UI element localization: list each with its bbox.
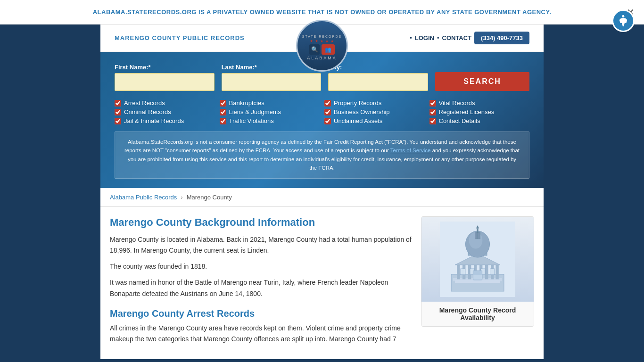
checkbox-item: Registered Licenses bbox=[429, 108, 530, 115]
checkbox-item: Liens & Judgments bbox=[220, 108, 320, 115]
first-name-field-group: First Name:* bbox=[115, 64, 215, 91]
checkbox-item: Property Records bbox=[324, 99, 425, 107]
checkbox-vital-records[interactable] bbox=[429, 100, 436, 107]
search-button[interactable]: SEARCH bbox=[435, 72, 529, 91]
people-icon: 👥 bbox=[322, 44, 335, 55]
login-link[interactable]: LOGIN bbox=[415, 34, 434, 41]
svg-rect-14 bbox=[495, 265, 498, 279]
checkbox-registered-licenses[interactable] bbox=[429, 109, 436, 115]
checkbox-unclaimed-assets[interactable] bbox=[324, 118, 331, 124]
record-card: Marengo County Record Availability bbox=[421, 216, 534, 327]
first-name-input[interactable] bbox=[115, 73, 215, 91]
checkbox-business-ownership[interactable] bbox=[324, 109, 331, 115]
checkbox-contact-details[interactable] bbox=[429, 118, 436, 124]
checkbox-arrest-records[interactable] bbox=[115, 100, 121, 107]
breadcrumb-parent-link[interactable]: Alabama Public Records bbox=[110, 194, 177, 201]
last-name-input[interactable] bbox=[222, 73, 322, 91]
svg-rect-23 bbox=[477, 228, 478, 233]
svg-rect-30 bbox=[473, 271, 482, 275]
checkbox-property-records[interactable] bbox=[324, 100, 331, 107]
checkbox-liens-&-judgments[interactable] bbox=[220, 109, 226, 115]
phone-button[interactable]: (334) 490-7733 bbox=[474, 32, 529, 44]
checkbox-item: Vital Records bbox=[429, 99, 530, 107]
checkbox-jail-&-inmate-records[interactable] bbox=[115, 118, 121, 124]
checkbox-item: Traffic Violations bbox=[220, 117, 320, 124]
svg-rect-7 bbox=[457, 265, 460, 279]
search-icon: 🔍 bbox=[309, 44, 320, 55]
header-nav: • LOGIN • CONTACT (334) 490-7733 bbox=[410, 32, 529, 44]
checkbox-label: Bankruptcies bbox=[229, 99, 264, 107]
checkbox-label: Liens & Judgments bbox=[229, 108, 281, 115]
checkbox-label: Unclaimed Assets bbox=[334, 117, 382, 124]
svg-rect-6 bbox=[455, 280, 500, 283]
first-name-label: First Name:* bbox=[115, 64, 215, 71]
logo-circle: STATE RECORDS ★ ★ ★ ★ ★ 🔍 👥 ALABAMA bbox=[296, 20, 348, 72]
logo-stars: ★ ★ ★ ★ ★ bbox=[310, 39, 335, 43]
contact-link[interactable]: CONTACT bbox=[442, 34, 472, 41]
breadcrumb-separator: › bbox=[181, 194, 182, 201]
content-left: Marengo County Background Information Ma… bbox=[110, 216, 412, 350]
checkbox-label: Business Ownership bbox=[334, 108, 390, 115]
svg-rect-20 bbox=[476, 232, 477, 239]
breadcrumb-current: Marengo County bbox=[187, 194, 232, 201]
checkboxes-grid: Arrest RecordsBankruptciesProperty Recor… bbox=[115, 99, 529, 124]
record-card-title: Marengo County Record Availability bbox=[421, 302, 534, 326]
logo-icons: 🔍 👥 bbox=[309, 44, 335, 55]
checkbox-item: Contact Details bbox=[429, 117, 530, 124]
checkbox-item: Business Ownership bbox=[324, 108, 425, 115]
disclaimer: Alabama.StateRecords.org is not a consum… bbox=[115, 132, 529, 179]
checkbox-label: Criminal Records bbox=[124, 108, 171, 115]
checkbox-item: Bankruptcies bbox=[220, 99, 320, 107]
checkbox-bankruptcies[interactable] bbox=[220, 100, 226, 107]
content-right: Marengo County Record Availability bbox=[421, 216, 534, 350]
accessibility-button[interactable] bbox=[612, 9, 635, 32]
section1-p2: The county was founded in 1818. bbox=[110, 261, 412, 272]
checkbox-label: Vital Records bbox=[439, 99, 475, 107]
site-title: MARENGO COUNTY PUBLIC RECORDS bbox=[115, 34, 245, 41]
search-section: First Name:* Last Name:* City: SEARCH Ar… bbox=[100, 52, 544, 188]
header-card: MARENGO COUNTY PUBLIC RECORDS STATE RECO… bbox=[100, 25, 544, 359]
svg-rect-25 bbox=[461, 269, 465, 275]
checkbox-item: Jail & Inmate Records bbox=[115, 117, 215, 124]
section1-p3: It was named in honor of the Battle of M… bbox=[110, 277, 412, 300]
record-card-image bbox=[421, 217, 534, 302]
logo-text-bottom: ALABAMA bbox=[307, 56, 337, 60]
checkbox-label: Traffic Violations bbox=[229, 117, 274, 124]
main-container: MARENGO COUNTY PUBLIC RECORDS STATE RECO… bbox=[0, 25, 644, 362]
checkbox-item: Criminal Records bbox=[115, 108, 215, 115]
checkbox-item: Arrest Records bbox=[115, 99, 215, 107]
terms-of-service-link[interactable]: Terms of Service bbox=[390, 148, 431, 153]
checkbox-traffic-violations[interactable] bbox=[220, 118, 226, 124]
svg-point-2 bbox=[622, 15, 624, 17]
header-top: MARENGO COUNTY PUBLIC RECORDS STATE RECO… bbox=[100, 25, 544, 52]
section2-p1: All crimes in the Marengo County area ha… bbox=[110, 323, 412, 346]
logo-area: STATE RECORDS ★ ★ ★ ★ ★ 🔍 👥 ALABAMA bbox=[296, 20, 348, 72]
section1-title: Marengo County Background Information bbox=[110, 216, 412, 229]
checkbox-label: Arrest Records bbox=[124, 99, 165, 107]
checkbox-label: Contact Details bbox=[439, 117, 480, 124]
svg-rect-22 bbox=[479, 232, 479, 239]
city-input[interactable] bbox=[328, 73, 428, 91]
breadcrumb: Alabama Public Records › Marengo County bbox=[100, 188, 544, 207]
svg-rect-12 bbox=[485, 265, 488, 279]
capitol-illustration bbox=[440, 222, 515, 297]
checkbox-item: Unclaimed Assets bbox=[324, 117, 425, 124]
main-content: Marengo County Background Information Ma… bbox=[100, 207, 544, 360]
svg-rect-28 bbox=[490, 269, 495, 275]
checkbox-label: Jail & Inmate Records bbox=[124, 117, 184, 124]
checkbox-label: Property Records bbox=[334, 99, 381, 107]
logo-text-top: STATE RECORDS bbox=[302, 35, 342, 38]
checkbox-criminal-records[interactable] bbox=[115, 109, 121, 115]
svg-rect-21 bbox=[477, 232, 478, 239]
section1-p1: Marengo County is located in Alabama. Ba… bbox=[110, 234, 412, 257]
section2-title: Marengo County Arrest Records bbox=[110, 308, 412, 319]
nav-dot1: • bbox=[410, 34, 412, 41]
checkbox-label: Registered Licenses bbox=[439, 108, 495, 115]
nav-dot2: • bbox=[437, 34, 439, 41]
accessibility-icon bbox=[617, 14, 630, 27]
banner-text: ALABAMA.STATERECORDS.ORG IS A PRIVATELY … bbox=[28, 8, 616, 16]
